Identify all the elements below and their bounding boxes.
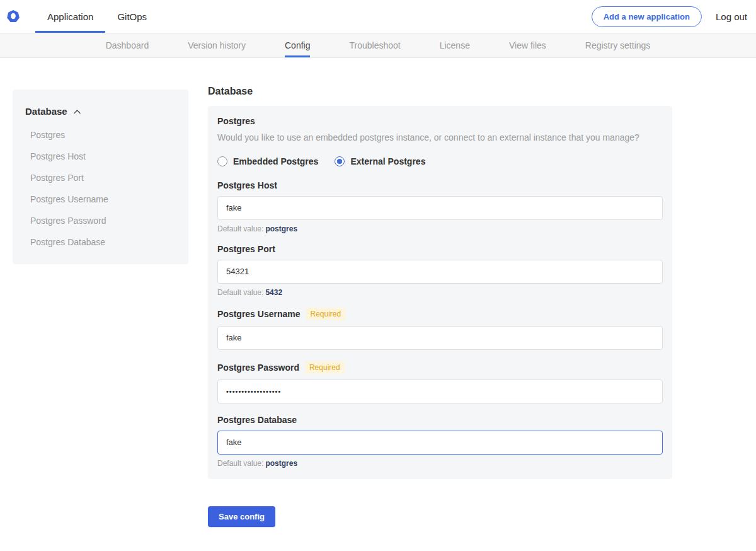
subnav-item-config[interactable]: Config: [285, 33, 310, 57]
postgres-password-label-text: Postgres Password: [217, 362, 299, 373]
top-tabs: Application GitOps: [35, 0, 159, 33]
add-new-application-button[interactable]: Add a new application: [592, 6, 702, 27]
default-value: postgres: [265, 459, 297, 468]
app-subnav: Dashboard Version history Config Trouble…: [0, 33, 756, 58]
required-badge: Required: [306, 308, 346, 320]
app-logo-icon: [6, 9, 20, 23]
sidebar-item-postgres-host[interactable]: Postgres Host: [25, 146, 176, 167]
radio-embedded-label: Embedded Postgres: [233, 156, 318, 166]
subnav-item-registry-settings[interactable]: Registry settings: [585, 33, 650, 57]
default-value-prefix: Default value:: [217, 459, 263, 468]
default-value-prefix: Default value:: [217, 224, 263, 233]
postgres-port-input[interactable]: [217, 260, 663, 284]
radio-unchecked-icon: [217, 156, 227, 166]
postgres-database-input[interactable]: [217, 431, 663, 455]
postgres-choice-label: Postgres: [217, 116, 663, 126]
top-bar: Application GitOps Add a new application…: [0, 0, 756, 33]
postgres-host-helper: Default value:postgres: [217, 224, 663, 233]
sidebar-group-label: Database: [25, 106, 67, 117]
required-badge: Required: [305, 361, 345, 374]
radio-embedded-postgres[interactable]: Embedded Postgres: [217, 156, 318, 166]
subnav-item-troubleshoot[interactable]: Troubleshoot: [349, 33, 400, 57]
postgres-password-label: Postgres Password Required: [217, 361, 663, 374]
postgres-username-label-text: Postgres Username: [217, 309, 301, 319]
tab-application[interactable]: Application: [35, 0, 105, 33]
postgres-database-helper: Default value:postgres: [217, 459, 663, 468]
postgres-port-helper: Default value:5432: [217, 288, 663, 297]
save-config-button[interactable]: Save config: [208, 506, 275, 527]
logout-button[interactable]: Log out: [716, 11, 747, 22]
postgres-database-label: Postgres Database: [217, 415, 663, 425]
tab-gitops[interactable]: GitOps: [105, 0, 159, 33]
postgres-port-label: Postgres Port: [217, 244, 663, 254]
sidebar-item-postgres-password[interactable]: Postgres Password: [25, 210, 176, 231]
subnav-item-license[interactable]: License: [440, 33, 470, 57]
postgres-choice-description: Would you like to use an embedded postgr…: [217, 132, 663, 144]
sidebar-item-postgres-port[interactable]: Postgres Port: [25, 167, 176, 188]
radio-external-label: External Postgres: [350, 156, 425, 166]
postgres-radio-group: Embedded Postgres External Postgres: [217, 156, 663, 166]
section-title: Database: [208, 86, 672, 97]
radio-checked-icon: [335, 156, 345, 166]
sidebar-group-database[interactable]: Database: [25, 106, 176, 117]
config-sidebar: Database Postgres Postgres Host Postgres…: [13, 90, 188, 264]
sidebar-item-postgres-username[interactable]: Postgres Username: [25, 188, 176, 210]
postgres-password-input[interactable]: [217, 380, 663, 403]
default-value-prefix: Default value:: [217, 288, 263, 297]
postgres-username-label: Postgres Username Required: [217, 308, 663, 320]
postgres-host-input[interactable]: [217, 196, 663, 220]
sidebar-item-postgres[interactable]: Postgres: [25, 124, 176, 146]
subnav-item-version-history[interactable]: Version history: [188, 33, 246, 57]
default-value: 5432: [265, 288, 282, 297]
subnav-item-dashboard[interactable]: Dashboard: [106, 33, 149, 57]
radio-external-postgres[interactable]: External Postgres: [335, 156, 425, 166]
chevron-up-icon: [73, 109, 81, 115]
database-config-panel: Postgres Would you like to use an embedd…: [208, 106, 672, 479]
postgres-username-input[interactable]: [217, 326, 663, 350]
content-area: Database Postgres Postgres Host Postgres…: [0, 58, 756, 527]
default-value: postgres: [265, 224, 297, 233]
sidebar-item-postgres-database[interactable]: Postgres Database: [25, 231, 176, 253]
subnav-item-view-files[interactable]: View files: [509, 33, 546, 57]
postgres-host-label: Postgres Host: [217, 180, 663, 190]
config-main: Database Postgres Would you like to use …: [208, 58, 672, 527]
topbar-right: Add a new application Log out: [592, 6, 747, 27]
